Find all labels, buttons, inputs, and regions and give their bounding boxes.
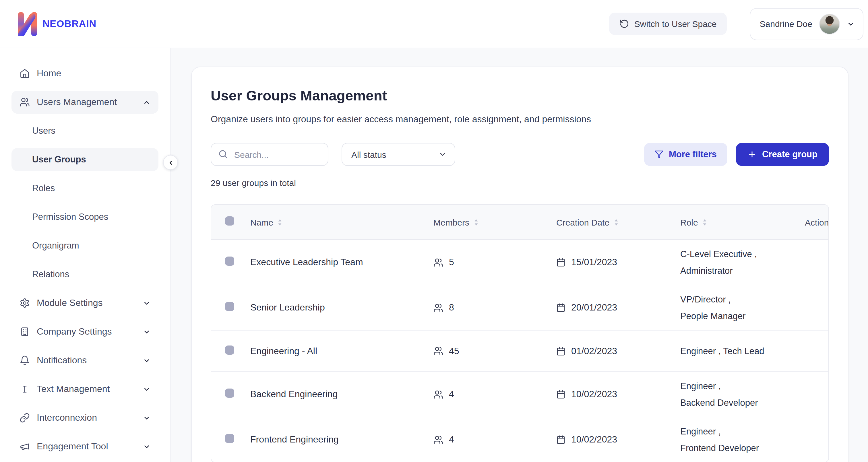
sidebar-item-text-management[interactable]: Text Management xyxy=(11,378,158,401)
group-roles: C-Level Executive , Administrator xyxy=(680,246,805,279)
bell-icon xyxy=(20,355,30,366)
column-header-name[interactable]: Name xyxy=(250,217,433,227)
table-row: Engineering - All 45 01/02/2023 Engineer… xyxy=(211,331,828,372)
chevron-down-icon xyxy=(143,386,150,393)
row-checkbox[interactable] xyxy=(225,389,234,398)
calendar-icon xyxy=(556,303,565,312)
group-name: Engineering - All xyxy=(250,346,433,356)
creation-date: 15/01/2023 xyxy=(571,257,617,268)
members-count: 4 xyxy=(449,434,454,445)
switch-space-icon xyxy=(619,19,629,29)
chevron-down-icon xyxy=(847,20,855,28)
column-header-actions: Actions xyxy=(805,217,829,227)
table-row: Executive Leadership Team 5 15/01/2023 C… xyxy=(211,240,828,285)
chevron-down-icon xyxy=(143,357,150,364)
group-name: Executive Leadership Team xyxy=(250,257,433,268)
search-input[interactable] xyxy=(211,143,329,166)
members-icon xyxy=(433,346,443,356)
brand-name: NEOBRAIN xyxy=(42,18,96,30)
sidebar-item-users-management[interactable]: Users Management xyxy=(11,91,158,114)
user-name: Sandrine Doe xyxy=(760,19,812,29)
chevron-left-icon xyxy=(167,159,174,165)
sidebar-item-relations[interactable]: Relations xyxy=(11,263,158,286)
top-bar: NEOBRAIN Switch to User Space Sandrine D… xyxy=(0,0,868,48)
column-header-creation-date[interactable]: Creation Date xyxy=(556,217,680,227)
megaphone-icon xyxy=(20,441,30,452)
sidebar-item-user-groups[interactable]: User Groups xyxy=(11,148,158,171)
members-count: 45 xyxy=(449,346,459,356)
column-header-role[interactable]: Role xyxy=(680,217,805,227)
user-groups-table: Name Members Creation Date Role xyxy=(211,204,829,462)
calendar-icon xyxy=(556,435,565,444)
main-content: User Groups Management Organize users in… xyxy=(170,48,868,462)
status-filter-select[interactable]: All status xyxy=(342,143,455,166)
creation-date: 10/02/2023 xyxy=(571,389,617,399)
row-checkbox[interactable] xyxy=(225,302,234,311)
sort-icon xyxy=(473,218,478,226)
chevron-down-icon xyxy=(143,443,150,450)
creation-date: 01/02/2023 xyxy=(571,346,617,356)
table-row: Frontend Engineering 4 10/02/2023 Engine… xyxy=(211,417,828,462)
app-window: NEOBRAIN Switch to User Space Sandrine D… xyxy=(0,0,868,462)
group-name: Senior Leadership xyxy=(250,303,433,313)
building-icon xyxy=(20,327,30,337)
sidebar-item-roles[interactable]: Roles xyxy=(11,177,158,200)
sidebar-item-engagement-tool[interactable]: Engagement Tool xyxy=(11,435,158,458)
user-groups-card: User Groups Management Organize users in… xyxy=(191,67,848,462)
group-roles: Engineer , Frontend Developer xyxy=(680,423,805,456)
sidebar-item-interconnexion[interactable]: Interconnexion xyxy=(11,406,158,429)
gear-icon xyxy=(20,298,30,308)
sidebar-item-permission-scopes[interactable]: Permission Scopes xyxy=(11,206,158,228)
sort-icon xyxy=(702,218,707,226)
members-icon xyxy=(433,303,443,312)
sidebar: Home Users Management Users User Groups … xyxy=(0,48,170,462)
user-menu[interactable]: Sandrine Doe xyxy=(750,8,863,40)
avatar xyxy=(819,13,840,34)
select-all-checkbox[interactable] xyxy=(225,216,234,225)
members-icon xyxy=(433,390,443,399)
search-icon xyxy=(218,149,228,159)
row-checkbox[interactable] xyxy=(225,256,234,266)
filters-row: All status More filters xyxy=(211,143,829,166)
group-roles: Engineer , Tech Lead xyxy=(680,343,805,359)
chevron-up-icon xyxy=(143,98,150,106)
row-checkbox[interactable] xyxy=(225,345,234,355)
text-cursor-icon xyxy=(20,384,30,394)
page-subtitle: Organize users into groups for easier ac… xyxy=(211,114,829,125)
column-header-members[interactable]: Members xyxy=(433,217,556,227)
members-icon xyxy=(433,257,443,267)
sidebar-item-home[interactable]: Home xyxy=(11,62,158,85)
page-title: User Groups Management xyxy=(211,88,829,104)
link-icon xyxy=(20,413,30,423)
sidebar-item-company-settings[interactable]: Company Settings xyxy=(11,320,158,343)
group-roles: Engineer , Backend Developer xyxy=(680,378,805,411)
neobrain-logo-icon xyxy=(18,12,37,36)
members-count: 5 xyxy=(449,257,454,268)
sidebar-item-organigram[interactable]: Organigram xyxy=(11,234,158,257)
calendar-icon xyxy=(556,390,565,399)
sidebar-collapse-button[interactable] xyxy=(163,155,178,170)
create-group-button[interactable]: Create group xyxy=(736,143,829,166)
sidebar-item-module-settings[interactable]: Module Settings xyxy=(11,291,158,314)
row-checkbox[interactable] xyxy=(225,434,234,443)
creation-date: 10/02/2023 xyxy=(571,434,617,445)
total-count-label: 29 user groups in total xyxy=(211,178,829,188)
sort-icon xyxy=(613,218,619,226)
sort-icon xyxy=(277,218,282,226)
chevron-down-icon xyxy=(143,328,150,335)
chevron-down-icon xyxy=(143,299,150,307)
switch-to-user-space-button[interactable]: Switch to User Space xyxy=(609,12,727,35)
calendar-icon xyxy=(556,346,565,356)
sidebar-item-notifications[interactable]: Notifications xyxy=(11,349,158,372)
creation-date: 20/01/2023 xyxy=(571,303,617,313)
users-icon xyxy=(20,97,30,107)
calendar-icon xyxy=(556,258,565,267)
more-filters-button[interactable]: More filters xyxy=(644,143,727,166)
group-name: Frontend Engineering xyxy=(250,434,433,445)
home-icon xyxy=(20,68,30,79)
group-roles: VP/Director , People Manager xyxy=(680,291,805,324)
members-count: 4 xyxy=(449,389,454,399)
members-icon xyxy=(433,435,443,444)
group-name: Backend Engineering xyxy=(250,389,433,399)
sidebar-item-users[interactable]: Users xyxy=(11,119,158,142)
